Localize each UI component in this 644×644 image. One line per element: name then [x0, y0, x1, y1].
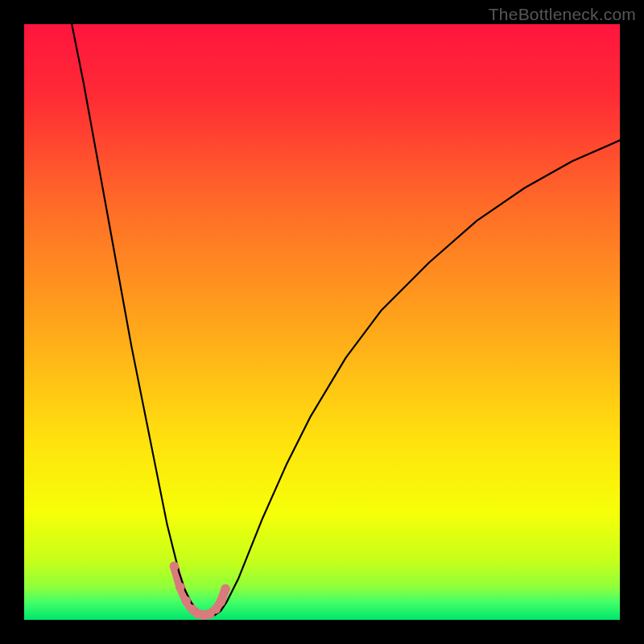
- watermark-label: TheBottleneck.com: [489, 5, 636, 24]
- bottleneck-curve-chart: [24, 24, 620, 620]
- bottleneck-node: [181, 597, 191, 606]
- bottleneck-node: [216, 597, 225, 607]
- gradient-background: [24, 24, 620, 620]
- bottleneck-node: [221, 584, 230, 594]
- bottleneck-node: [175, 583, 185, 592]
- chart-frame: [24, 24, 620, 620]
- bottleneck-node: [170, 562, 180, 572]
